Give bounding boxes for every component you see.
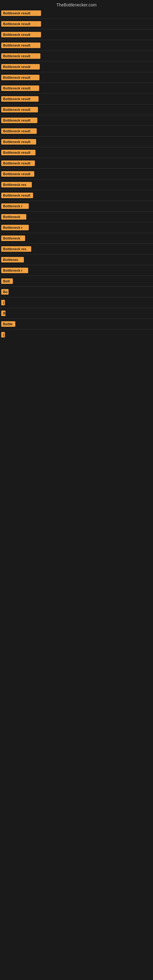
- bottleneck-badge[interactable]: Bottleneck res: [1, 182, 32, 188]
- separator: [0, 275, 153, 276]
- bottleneck-badge[interactable]: Bottleneck result: [1, 107, 38, 112]
- list-item: Bottleneck result: [0, 169, 153, 178]
- bottleneck-badge[interactable]: Bott: [1, 278, 13, 284]
- bottleneck-badge[interactable]: Bottleneck r: [1, 225, 29, 230]
- list-item: Bottleneck result: [0, 30, 153, 39]
- separator: [0, 254, 153, 255]
- separator: [0, 211, 153, 212]
- bottleneck-badge[interactable]: Bottleneck result: [1, 21, 41, 27]
- bottleneck-badge[interactable]: Bo: [1, 289, 9, 294]
- list-item: Bottleneck result: [0, 105, 153, 114]
- bottleneck-list: Bottleneck resultBottleneck resultBottle…: [0, 9, 153, 339]
- list-item: Bottleneck r: [0, 223, 153, 232]
- separator: [0, 115, 153, 115]
- list-item: Bott: [0, 277, 153, 286]
- list-item: Bottleneck: [0, 234, 153, 243]
- bottleneck-badge[interactable]: Bottleneck result: [1, 161, 35, 166]
- list-item: Bottleneck res: [0, 244, 153, 254]
- separator: [0, 233, 153, 233]
- site-title: TheBottlenecker.com: [0, 0, 153, 9]
- list-item: Bottleneck result: [0, 41, 153, 50]
- bottleneck-badge[interactable]: |: [1, 300, 5, 305]
- list-item: Bo: [0, 287, 153, 296]
- list-item: Bottle: [0, 320, 153, 329]
- list-item: Bottleneck result: [0, 51, 153, 60]
- separator: [0, 169, 153, 169]
- list-item: Bottleneck res: [0, 180, 153, 189]
- bottleneck-badge[interactable]: Bottleneck result: [1, 86, 39, 91]
- bottleneck-badge[interactable]: Bottleneck result: [1, 128, 37, 134]
- list-item: Bottleneck result: [0, 116, 153, 125]
- bottleneck-badge[interactable]: Bottleneck result: [1, 32, 41, 37]
- separator: [0, 126, 153, 126]
- list-item: B: [0, 309, 153, 318]
- bottleneck-badge[interactable]: |: [1, 332, 5, 337]
- separator: [0, 18, 153, 19]
- bottleneck-badge[interactable]: Bottleneck result: [1, 43, 40, 48]
- separator: [0, 51, 153, 51]
- list-item: Bottleneck result: [0, 9, 153, 18]
- bottleneck-badge[interactable]: Bottle: [1, 321, 15, 327]
- separator: [0, 72, 153, 72]
- list-item: |: [0, 298, 153, 307]
- separator: [0, 136, 153, 137]
- separator: [0, 329, 153, 329]
- list-item: Bottleneck r: [0, 202, 153, 211]
- bottleneck-badge[interactable]: Bottleneck result: [1, 53, 40, 59]
- list-item: Bottleneck result: [0, 126, 153, 136]
- bottleneck-badge[interactable]: Bottleneck result: [1, 118, 37, 123]
- list-item: Bottleneck result: [0, 19, 153, 29]
- bottleneck-badge[interactable]: Bottleneck result: [1, 150, 35, 155]
- separator: [0, 243, 153, 244]
- separator: [0, 265, 153, 265]
- bottleneck-badge[interactable]: Bottlenec: [1, 257, 24, 262]
- bottleneck-badge[interactable]: Bottleneck result: [1, 10, 41, 16]
- separator: [0, 104, 153, 105]
- separator: [0, 318, 153, 319]
- bottleneck-badge[interactable]: Bottleneck result: [1, 171, 34, 177]
- bottleneck-badge[interactable]: Bottleneck result: [1, 75, 40, 80]
- separator: [0, 147, 153, 147]
- bottleneck-badge[interactable]: Bottleneck r: [1, 268, 28, 273]
- list-item: Bottleneck result: [0, 73, 153, 82]
- bottleneck-badge[interactable]: Bottleneck: [1, 214, 26, 220]
- separator: [0, 200, 153, 201]
- list-item: Bottleneck: [0, 212, 153, 221]
- list-item: Bottleneck result: [0, 191, 153, 200]
- list-item: Bottleneck r: [0, 266, 153, 275]
- bottleneck-badge[interactable]: Bottleneck result: [1, 192, 33, 198]
- bottleneck-badge[interactable]: Bottleneck result: [1, 64, 40, 70]
- separator: [0, 297, 153, 298]
- list-item: Bottleneck result: [0, 159, 153, 168]
- bottleneck-badge[interactable]: Bottleneck result: [1, 96, 38, 102]
- separator: [0, 190, 153, 190]
- bottleneck-badge[interactable]: B: [1, 310, 5, 316]
- list-item: |: [0, 330, 153, 339]
- separator: [0, 308, 153, 308]
- list-item: Bottleneck result: [0, 148, 153, 157]
- list-item: Bottleneck result: [0, 94, 153, 103]
- list-item: Bottlenec: [0, 255, 153, 264]
- bottleneck-badge[interactable]: Bottleneck res: [1, 246, 31, 252]
- separator: [0, 179, 153, 180]
- bottleneck-badge[interactable]: Bottleneck r: [1, 204, 29, 209]
- separator: [0, 29, 153, 29]
- separator: [0, 83, 153, 83]
- list-item: Bottleneck result: [0, 137, 153, 146]
- list-item: Bottleneck result: [0, 62, 153, 72]
- separator: [0, 61, 153, 62]
- list-item: Bottleneck result: [0, 84, 153, 93]
- bottleneck-badge[interactable]: Bottleneck result: [1, 139, 36, 145]
- bottleneck-badge[interactable]: Bottleneck: [1, 235, 25, 241]
